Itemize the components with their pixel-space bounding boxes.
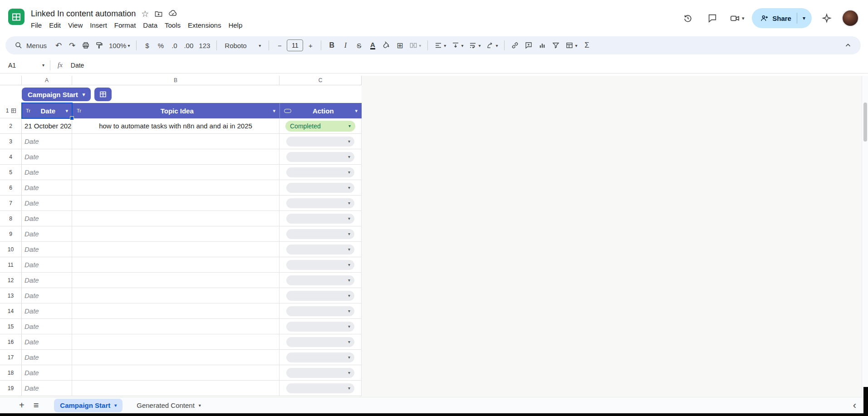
topic-cell[interactable] bbox=[72, 334, 280, 350]
gemini-sparkle-icon[interactable] bbox=[817, 9, 836, 28]
row-header-18[interactable]: 18 bbox=[0, 365, 22, 381]
menu-edit[interactable]: Edit bbox=[45, 20, 64, 30]
action-cell[interactable]: ▾ bbox=[280, 180, 362, 196]
action-dropdown-chip[interactable]: ▾ bbox=[286, 383, 354, 393]
table-views-button[interactable]: ▾ bbox=[563, 39, 579, 52]
name-box[interactable]: A1 ▾ bbox=[6, 62, 48, 69]
number-format-button[interactable]: 123 bbox=[196, 39, 212, 52]
star-icon[interactable]: ☆ bbox=[141, 9, 149, 19]
action-cell[interactable]: ▾ bbox=[280, 319, 362, 334]
chevron-down-icon[interactable]: ▾ bbox=[65, 108, 68, 114]
topic-cell[interactable] bbox=[72, 288, 280, 303]
create-filter-button[interactable] bbox=[549, 39, 562, 52]
date-cell[interactable]: Date bbox=[22, 350, 72, 365]
column-header-b[interactable]: B bbox=[72, 76, 280, 85]
menu-extensions[interactable]: Extensions bbox=[184, 20, 225, 30]
row-header-16[interactable]: 16 bbox=[0, 334, 22, 350]
action-cell[interactable]: ▾ bbox=[280, 288, 362, 303]
meet-button[interactable]: ▾ bbox=[727, 9, 746, 28]
text-color-button[interactable]: A bbox=[366, 39, 379, 52]
fill-color-button[interactable] bbox=[380, 39, 392, 52]
menu-file[interactable]: File bbox=[27, 20, 45, 30]
column-header-c[interactable]: C bbox=[280, 76, 362, 85]
chevron-down-icon[interactable]: ▾ bbox=[273, 108, 275, 114]
date-cell[interactable]: Date bbox=[22, 334, 72, 350]
action-dropdown-chip[interactable]: ▾ bbox=[286, 260, 354, 270]
topic-cell[interactable] bbox=[72, 257, 280, 273]
action-dropdown-chip[interactable]: ▾ bbox=[286, 167, 354, 177]
date-cell[interactable]: Date bbox=[22, 149, 72, 165]
chevron-left-icon[interactable]: ‹ bbox=[853, 401, 856, 411]
action-cell[interactable]: ▾ bbox=[280, 149, 362, 165]
topic-cell[interactable] bbox=[72, 149, 280, 165]
move-folder-icon[interactable] bbox=[154, 10, 163, 18]
insert-comment-button[interactable] bbox=[522, 39, 535, 52]
undo-button[interactable]: ↶ bbox=[52, 39, 65, 52]
italic-button[interactable]: I bbox=[339, 39, 352, 52]
action-dropdown-chip[interactable]: ▾ bbox=[286, 198, 354, 208]
menu-format[interactable]: Format bbox=[111, 20, 140, 30]
topic-cell[interactable] bbox=[72, 303, 280, 319]
action-dropdown-chip[interactable]: ▾ bbox=[286, 214, 354, 224]
topic-cell[interactable] bbox=[72, 134, 280, 149]
row-header-7[interactable]: 7 bbox=[0, 196, 22, 211]
action-dropdown-chip[interactable]: ▾ bbox=[286, 152, 354, 162]
search-menus-button[interactable]: Menus bbox=[12, 39, 51, 52]
row-header-2[interactable]: 2 bbox=[0, 118, 22, 134]
action-cell[interactable]: ▾ bbox=[280, 242, 362, 257]
insert-link-button[interactable] bbox=[509, 39, 521, 52]
date-cell[interactable]: Date bbox=[22, 242, 72, 257]
scrollbar-thumb[interactable] bbox=[863, 103, 867, 142]
account-avatar[interactable] bbox=[842, 10, 859, 27]
row-header-10[interactable]: 10 bbox=[0, 242, 22, 257]
topic-cell[interactable] bbox=[72, 381, 280, 396]
menu-tools[interactable]: Tools bbox=[161, 20, 184, 30]
action-cell[interactable]: ▾ bbox=[280, 257, 362, 273]
action-cell[interactable]: ▾ bbox=[280, 334, 362, 350]
row-header-11[interactable]: 11 bbox=[0, 257, 22, 273]
action-cell[interactable]: ▾ bbox=[280, 350, 362, 365]
action-dropdown-chip[interactable]: ▾ bbox=[286, 337, 354, 347]
topic-cell[interactable] bbox=[72, 365, 280, 381]
paint-format-button[interactable] bbox=[93, 39, 106, 52]
text-rotation-button[interactable]: ▾ bbox=[484, 39, 500, 52]
topic-cell[interactable] bbox=[72, 319, 280, 334]
borders-button[interactable]: ⊞ bbox=[393, 39, 406, 52]
vertical-align-button[interactable]: ▾ bbox=[449, 39, 466, 52]
menu-data[interactable]: Data bbox=[139, 20, 161, 30]
currency-format-button[interactable]: $ bbox=[141, 39, 153, 52]
action-dropdown-chip[interactable]: ▾ bbox=[286, 352, 354, 362]
action-cell[interactable]: ▾ bbox=[280, 381, 362, 396]
font-size-input[interactable]: 11 bbox=[287, 39, 303, 51]
table-name-badge[interactable]: Campaign Start ▾ bbox=[22, 88, 91, 101]
date-cell[interactable]: Date bbox=[22, 134, 72, 149]
action-dropdown-chip[interactable]: ▾ bbox=[286, 137, 354, 147]
select-all-corner[interactable] bbox=[0, 76, 22, 85]
row-header-13[interactable]: 13 bbox=[0, 288, 22, 303]
date-cell[interactable]: Date bbox=[22, 273, 72, 288]
row-header-14[interactable]: 14 bbox=[0, 303, 22, 319]
row-header-6[interactable]: 6 bbox=[0, 180, 22, 196]
date-cell[interactable]: Date bbox=[22, 180, 72, 196]
date-cell[interactable]: Date bbox=[22, 257, 72, 273]
version-history-button[interactable] bbox=[678, 9, 697, 28]
bold-button[interactable]: B bbox=[325, 39, 338, 52]
vertical-scrollbar[interactable] bbox=[862, 76, 868, 397]
action-cell[interactable]: ▾ bbox=[280, 226, 362, 242]
document-title[interactable]: Linked In content automation bbox=[31, 9, 136, 19]
add-sheet-button[interactable]: + bbox=[19, 400, 25, 411]
action-dropdown-chip[interactable]: ▾ bbox=[286, 275, 354, 285]
zoom-select[interactable]: 100% ▾ bbox=[107, 39, 132, 52]
date-cell[interactable]: 21 October 2025 bbox=[22, 118, 72, 134]
date-cell[interactable]: Date bbox=[22, 319, 72, 334]
column-header-a[interactable]: A bbox=[22, 76, 72, 85]
increase-decimal-button[interactable]: .00 bbox=[181, 39, 196, 52]
row-header-5[interactable]: 5 bbox=[0, 165, 22, 180]
topic-cell[interactable] bbox=[72, 180, 280, 196]
header-cell-topic-idea[interactable]: Tr Topic Idea ▾ bbox=[72, 103, 280, 118]
row-header-17[interactable]: 17 bbox=[0, 350, 22, 365]
strikethrough-button[interactable]: S bbox=[353, 39, 365, 52]
date-cell[interactable]: Date bbox=[22, 303, 72, 319]
menu-view[interactable]: View bbox=[64, 20, 86, 30]
row-header-4[interactable]: 4 bbox=[0, 149, 22, 165]
